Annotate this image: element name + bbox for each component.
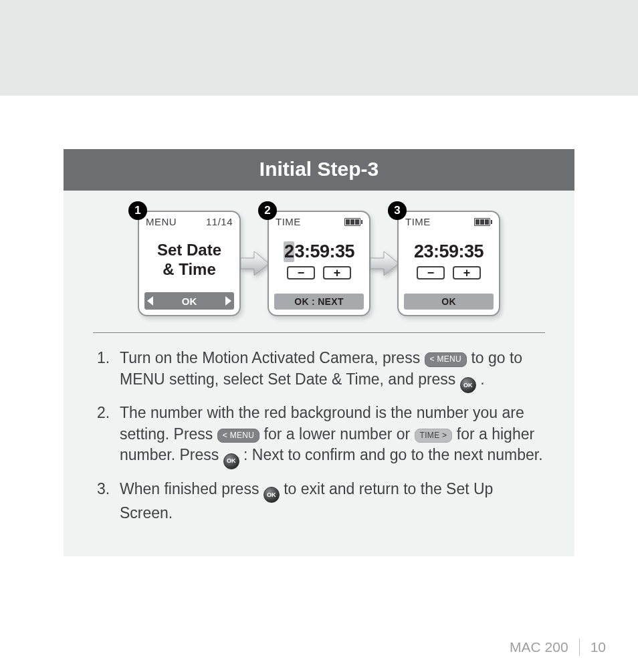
plus-button: + (453, 266, 481, 279)
plus-button: + (323, 266, 351, 279)
time-highlighted-digit: 2 (284, 241, 295, 262)
screen-2-time-label: TIME (276, 216, 301, 227)
step-badge-3: 3 (388, 201, 407, 220)
instructions-list: Turn on the Motion Activated Camera, pre… (93, 348, 545, 524)
page-footer: MAC 200 10 (510, 639, 606, 656)
step-badge-2: 2 (258, 201, 277, 220)
screen-1-line1: Set Date (157, 241, 221, 260)
arrow-1 (238, 247, 270, 279)
page-number: 10 (591, 639, 606, 655)
nav-left-icon (147, 296, 153, 306)
minus-button: − (287, 266, 315, 279)
step-badge-1: 1 (128, 201, 147, 220)
time-button-icon: TIME > (415, 429, 453, 443)
menu-button-icon: < MENU (425, 352, 467, 367)
ok-button-icon: OK (223, 453, 239, 469)
screen-1-page-indicator: 11/14 (206, 216, 233, 227)
screen-3-wrap: 3 TIME 23:59:35 − (397, 211, 500, 316)
text: : Next to confirm and go to the next num… (243, 446, 542, 463)
screen-2-header: TIME (274, 216, 364, 227)
screen-1-menu-label: MENU (146, 216, 177, 227)
screen-1-line2: & Time (163, 260, 216, 279)
text: for a lower number or (264, 425, 415, 443)
text: When finished press (120, 480, 263, 497)
screen-1: MENU 11/14 Set Date & Time OK (138, 211, 241, 316)
screen-1-title: Set Date & Time (144, 227, 234, 292)
divider (93, 332, 545, 333)
battery-icon (474, 216, 492, 227)
screen-2: TIME 23:59:35 − + (268, 211, 370, 316)
model-label: MAC 200 (510, 639, 568, 655)
card-body: 1 MENU 11/14 Set Date & Time OK (64, 191, 574, 556)
screen-3-body: 23:59:35 − + (404, 227, 494, 294)
screen-3-header: TIME (404, 216, 494, 227)
time-rest: 3:59:35 (294, 241, 354, 262)
screen-2-body: 23:59:35 − + (274, 227, 364, 294)
screen-1-wrap: 1 MENU 11/14 Set Date & Time OK (138, 211, 241, 316)
text: . (480, 370, 484, 388)
nav-right-icon (225, 296, 231, 306)
screen-3-pm-row: − + (417, 266, 481, 279)
page-content: Initial Step-3 1 MENU 11/14 Set Date & T… (0, 96, 638, 672)
menu-button-icon: < MENU (217, 429, 259, 443)
screen-1-ok-label: OK (153, 296, 225, 307)
instruction-card: Initial Step-3 1 MENU 11/14 Set Date & T… (64, 149, 574, 556)
card-title: Initial Step-3 (64, 149, 574, 191)
screens-row: 1 MENU 11/14 Set Date & Time OK (93, 211, 545, 316)
screen-1-footer: OK (144, 292, 234, 310)
screen-1-header: MENU 11/14 (144, 216, 234, 227)
instruction-1: Turn on the Motion Activated Camera, pre… (93, 348, 545, 393)
text: Turn on the Motion Activated Camera, pre… (120, 349, 425, 366)
screen-2-time-value: 23:59:35 (284, 241, 354, 262)
top-band (0, 0, 638, 96)
instruction-2: The number with the red background is th… (93, 403, 545, 469)
screen-2-footer: OK : NEXT (274, 294, 364, 310)
screen-3: TIME 23:59:35 − + (397, 211, 500, 316)
arrow-2 (368, 247, 400, 279)
battery-icon (344, 216, 362, 227)
screen-3-time-label: TIME (405, 216, 431, 227)
screen-2-pm-row: − + (287, 266, 351, 279)
minus-button: − (417, 266, 445, 279)
screen-2-wrap: 2 TIME 23:59:35 (268, 211, 370, 316)
footer-divider (579, 639, 580, 656)
screen-3-time-value: 23:59:35 (414, 241, 484, 262)
screen-3-footer: OK (404, 294, 494, 310)
instruction-3: When finished press OK to exit and retur… (93, 479, 545, 524)
ok-button-icon: OK (263, 487, 280, 503)
ok-button-icon: OK (460, 377, 476, 393)
